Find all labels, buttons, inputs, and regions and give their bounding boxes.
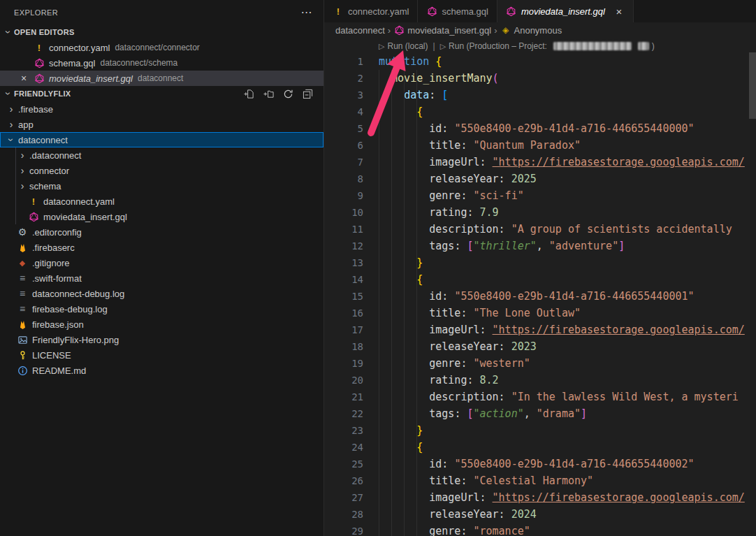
line-number[interactable]: 17	[324, 321, 363, 338]
breadcrumb-item-moviedata_insert.gql[interactable]: moviedata_insert.gql	[393, 24, 491, 36]
open-editor-schema.gql[interactable]: schema.gqldataconnect/schema	[0, 55, 324, 71]
tree-item-dataconnect[interactable]: ›dataconnect	[0, 132, 324, 147]
line-number[interactable]: 14	[324, 271, 363, 288]
tree-item-.firebase[interactable]: ›.firebase	[0, 101, 324, 117]
code-line-16[interactable]: 16 title: "The Lone Outlaw"	[324, 305, 756, 321]
code-line-20[interactable]: 20 rating: 8.2	[324, 372, 756, 389]
code-line-14[interactable]: 14 {	[324, 271, 756, 288]
line-number[interactable]: 13	[324, 254, 363, 271]
code-line-29[interactable]: 29 genre: "romance"	[324, 523, 756, 536]
git-icon: ◆	[17, 257, 28, 268]
code-line-11[interactable]: 11 description: "A group of scientists a…	[324, 221, 756, 238]
tree-item-firebase.json[interactable]: firebase.json	[0, 317, 324, 332]
tab-schema.gql[interactable]: schema.gql	[418, 0, 497, 22]
open-editors-header[interactable]: › OPEN EDITORS	[0, 24, 324, 40]
code-line-7[interactable]: 7 imageUrl: "https://firebasestorage.goo…	[324, 154, 756, 171]
code-line-3[interactable]: 3 data: [	[324, 87, 756, 103]
tree-item-.gitignore[interactable]: ◆.gitignore	[0, 255, 324, 270]
line-number[interactable]: 8	[324, 171, 363, 187]
code-line-17[interactable]: 17 imageUrl: "https://firebasestorage.go…	[324, 321, 756, 338]
line-number[interactable]: 26	[324, 472, 363, 489]
line-number[interactable]: 11	[324, 221, 363, 238]
line-number[interactable]: 6	[324, 137, 363, 154]
code-line-10[interactable]: 10 rating: 7.9	[324, 204, 756, 221]
line-content: tags: ["thriller", "adventure"]	[379, 238, 625, 254]
tree-item-app[interactable]: ›app	[0, 117, 324, 132]
tree-item-.dataconnect[interactable]: ›.dataconnect	[0, 147, 324, 163]
line-number[interactable]: 12	[324, 238, 363, 254]
breadcrumb-item-Anonymous[interactable]: ◈Anonymous	[500, 24, 562, 36]
run-production-close-paren: )	[652, 41, 655, 51]
code-line-23[interactable]: 23 }	[324, 422, 756, 439]
line-number[interactable]: 18	[324, 338, 363, 355]
tree-item-dataconnect-debug.log[interactable]: ≡dataconnect-debug.log	[0, 286, 324, 301]
line-number[interactable]: 22	[324, 405, 363, 422]
line-number[interactable]: 1	[324, 53, 363, 70]
run-production-button[interactable]: Run (Production – Project: )	[440, 41, 655, 51]
code-line-15[interactable]: 15 id: "550e8400-e29b-41d4-a716-44665544…	[324, 288, 756, 305]
open-editor-connector.yaml[interactable]: !connector.yamldataconnect/connector	[0, 40, 324, 55]
breadcrumb-item-dataconnect[interactable]: dataconnect	[335, 25, 385, 36]
tree-item-.editorconfig[interactable]: ⚙.editorconfig	[0, 224, 324, 240]
line-number[interactable]: 5	[324, 120, 363, 137]
line-number[interactable]: 3	[324, 87, 363, 103]
code-line-8[interactable]: 8 releaseYear: 2025	[324, 171, 756, 187]
line-number[interactable]: 23	[324, 422, 363, 439]
line-number[interactable]: 29	[324, 523, 363, 536]
line-number[interactable]: 9	[324, 187, 363, 204]
new-folder-button[interactable]	[262, 87, 275, 100]
more-actions-icon[interactable]: ⋯	[301, 7, 312, 18]
open-editor-moviedata_insert.gql[interactable]: ×moviedata_insert.gqldataconnect	[0, 71, 324, 86]
refresh-button[interactable]	[282, 87, 294, 100]
line-number[interactable]: 28	[324, 506, 363, 523]
line-number[interactable]: 16	[324, 305, 363, 321]
code-line-25[interactable]: 25 id: "550e8400-e29b-41d4-a716-44665544…	[324, 456, 756, 472]
line-number[interactable]: 24	[324, 439, 363, 456]
code-line-24[interactable]: 24 {	[324, 439, 756, 456]
code-line-27[interactable]: 27 imageUrl: "https://firebasestorage.go…	[324, 489, 756, 506]
line-number[interactable]: 2	[324, 70, 363, 87]
run-local-button[interactable]: Run (local)	[379, 41, 428, 51]
line-number[interactable]: 20	[324, 372, 363, 389]
tree-item-dataconnect.yaml[interactable]: !dataconnect.yaml	[0, 194, 324, 209]
code-line-4[interactable]: 4 {	[324, 103, 756, 120]
tab-moviedata_insert.gql[interactable]: moviedata_insert.gql×	[497, 0, 634, 22]
line-number[interactable]: 25	[324, 456, 363, 472]
line-number[interactable]: 19	[324, 355, 363, 372]
tree-item-schema[interactable]: ›schema	[0, 178, 324, 194]
code-line-6[interactable]: 6 title: "Quantum Paradox"	[324, 137, 756, 154]
tree-item-firebase-debug.log[interactable]: ≡firebase-debug.log	[0, 301, 324, 317]
code-line-2[interactable]: 2 movie_insertMany(	[324, 70, 756, 87]
new-file-button[interactable]	[242, 87, 255, 100]
tab-connector.yaml[interactable]: !connector.yaml	[324, 0, 418, 22]
code-line-28[interactable]: 28 releaseYear: 2024	[324, 506, 756, 523]
line-number[interactable]: 7	[324, 154, 363, 171]
line-number[interactable]: 21	[324, 389, 363, 405]
tree-item-moviedata_insert.gql[interactable]: moviedata_insert.gql	[0, 209, 324, 224]
tree-item-FriendlyFlix-Hero.png[interactable]: FriendlyFlix-Hero.png	[0, 332, 324, 347]
line-number[interactable]: 15	[324, 288, 363, 305]
tree-item-README.md[interactable]: README.md	[0, 363, 324, 378]
code-line-12[interactable]: 12 tags: ["thriller", "adventure"]	[324, 238, 756, 254]
code-line-18[interactable]: 18 releaseYear: 2023	[324, 338, 756, 355]
tree-item-.firebaserc[interactable]: .firebaserc	[0, 240, 324, 255]
line-number[interactable]: 4	[324, 103, 363, 120]
close-editor-icon[interactable]: ×	[21, 73, 34, 83]
code-line-22[interactable]: 22 tags: ["action", "drama"]	[324, 405, 756, 422]
code-line-13[interactable]: 13 }	[324, 254, 756, 271]
collapse-all-button[interactable]	[301, 87, 314, 100]
editor-scrollbar[interactable]	[749, 52, 756, 119]
code-line-5[interactable]: 5 id: "550e8400-e29b-41d4-a716-446655440…	[324, 120, 756, 137]
line-number[interactable]: 10	[324, 204, 363, 221]
code-line-1[interactable]: 1mutation {	[324, 53, 756, 70]
line-number[interactable]: 27	[324, 489, 363, 506]
tree-item-LICENSE[interactable]: LICENSE	[0, 347, 324, 363]
code-line-21[interactable]: 21 description: "In the lawless Wild Wes…	[324, 389, 756, 405]
tree-item-.swift-format[interactable]: ≡.swift-format	[0, 270, 324, 286]
code-line-19[interactable]: 19 genre: "western"	[324, 355, 756, 372]
code-line-26[interactable]: 26 title: "Celestial Harmony"	[324, 472, 756, 489]
close-tab-icon[interactable]: ×	[613, 6, 625, 17]
code-line-9[interactable]: 9 genre: "sci-fi"	[324, 187, 756, 204]
workspace-header[interactable]: › FRIENDLYFLIX	[0, 86, 324, 101]
tree-item-connector[interactable]: ›connector	[0, 163, 324, 178]
